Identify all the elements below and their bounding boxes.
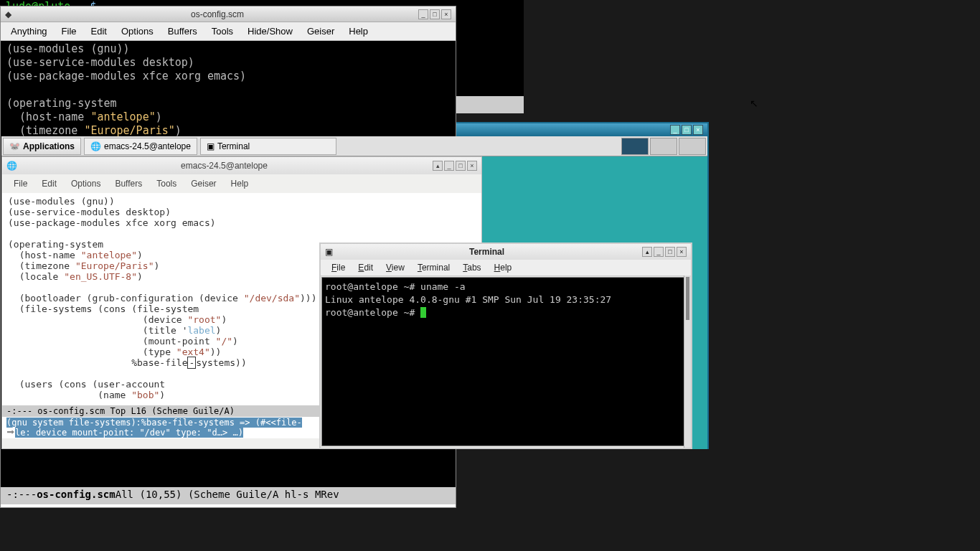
close-button[interactable]: × [467,161,477,171]
menu-item-buffers[interactable]: Buffers [108,176,149,192]
taskbar-item-terminal[interactable]: ▣ Terminal [200,138,336,155]
maximize-button[interactable]: □ [456,161,466,171]
menu-item-file[interactable]: File [6,176,34,192]
terminal-scrollbar[interactable] [684,276,691,448]
tray-box[interactable] [679,138,706,155]
qemu-window: ◉ QEMU _ □ × 🐭 Applications 🌐 emacs-24.5… [0,122,709,449]
guest-taskbar: 🐭 Applications 🌐 emacs-24.5@antelope ▣ T… [1,136,707,156]
menu-item-file[interactable]: File [55,24,84,39]
taskbar-item-label: Terminal [217,141,250,151]
terminal-icon: ▣ [325,247,333,257]
minimize-button[interactable]: _ [654,247,664,257]
minibuffer-line2: le: device mount-point: "/dev" type: "d…… [15,428,243,438]
guest-emacs-titlebar[interactable]: 🌐 emacs-24.5@antelope ▴ _ □ × [2,157,481,174]
close-button[interactable]: × [693,125,703,135]
modeline-status: -:--- [6,489,37,503]
taskbar-tray [621,138,707,155]
minibuffer-line1: (gnu system file-systems):%base-file-sys… [6,418,302,428]
host-emacs-titlebar[interactable]: ◆ os-config.scm _ □ × [1,6,456,22]
menu-item-help[interactable]: Help [341,24,375,39]
rollup-button[interactable]: ▴ [642,247,652,257]
modeline-filename: os-config.scm [37,489,116,503]
menu-item-tabs[interactable]: Tabs [456,261,487,274]
applications-menu-button[interactable]: 🐭 Applications [3,138,81,155]
taskbar-item-emacs[interactable]: 🌐 emacs-24.5@antelope [84,138,197,155]
menu-item-geiser[interactable]: Geiser [184,176,223,192]
menu-item-file[interactable]: File [325,261,352,274]
menu-item-view[interactable]: View [380,261,411,274]
close-button[interactable]: × [677,247,687,257]
workspace-switcher[interactable] [621,138,649,155]
guest-terminal-title: Terminal [333,247,641,257]
terminal-icon: ▣ [207,141,215,151]
menu-item-edit[interactable]: Edit [352,261,380,274]
globe-icon: 🌐 [90,141,101,151]
menu-item-anything[interactable]: Anything [4,24,55,39]
host-emacs-menubar: AnythingFileEditOptionsBuffersToolsHide/… [1,22,456,41]
modeline-position: All (10,55) (Scheme Guile/A hl-s MRev [116,489,339,503]
menu-item-hide-show[interactable]: Hide/Show [240,24,300,39]
menu-item-buffers[interactable]: Buffers [161,24,204,39]
globe-icon: 🌐 [6,161,17,171]
rollup-button[interactable]: ▴ [433,161,443,171]
emacs-icon: ◆ [5,9,15,19]
taskbar-item-label: emacs-24.5@antelope [104,141,191,151]
minimize-button[interactable]: _ [444,161,454,171]
mouse-icon: 🐭 [9,141,20,151]
menu-item-help[interactable]: Help [224,176,256,192]
maximize-button[interactable]: □ [430,9,440,19]
menu-item-terminal[interactable]: Terminal [411,261,456,274]
qemu-guest-desktop[interactable]: 🐭 Applications 🌐 emacs-24.5@antelope ▣ T… [1,136,707,449]
minimize-button[interactable]: _ [670,125,680,135]
minimize-button[interactable]: _ [418,9,428,19]
maximize-button[interactable]: □ [682,125,692,135]
tray-box[interactable] [650,138,677,155]
menu-item-edit[interactable]: Edit [34,176,64,192]
host-emacs-title: os-config.scm [18,9,417,19]
guest-emacs-title: emacs-24.5@antelope [17,161,431,171]
menu-item-tools[interactable]: Tools [204,24,240,39]
menu-item-edit[interactable]: Edit [84,24,114,39]
guest-terminal-menubar: FileEditViewTerminalTabsHelp [321,260,691,276]
guest-terminal-window: ▣ Terminal ▴ _ □ × FileEditViewTerminalT… [319,242,692,449]
menu-item-options[interactable]: Options [64,176,108,192]
guest-terminal-titlebar[interactable]: ▣ Terminal ▴ _ □ × [321,244,691,260]
guest-terminal-content[interactable]: root@antelope ~# uname -a Linux antelope… [321,277,690,446]
menu-item-options[interactable]: Options [114,24,161,39]
minibuffer-arrow-icon: ⮕ [6,428,15,438]
menu-item-help[interactable]: Help [488,261,519,274]
mouse-cursor-icon: ↖ [750,98,758,109]
menu-item-geiser[interactable]: Geiser [300,24,341,39]
host-emacs-modeline: -:--- os-config.scm All (10,55) (Scheme … [1,487,456,504]
applications-label: Applications [23,141,75,151]
maximize-button[interactable]: □ [665,247,675,257]
guest-emacs-menubar: FileEditOptionsBuffersToolsGeiserHelp [2,174,481,193]
menu-item-tools[interactable]: Tools [149,176,184,192]
close-button[interactable]: × [441,9,451,19]
